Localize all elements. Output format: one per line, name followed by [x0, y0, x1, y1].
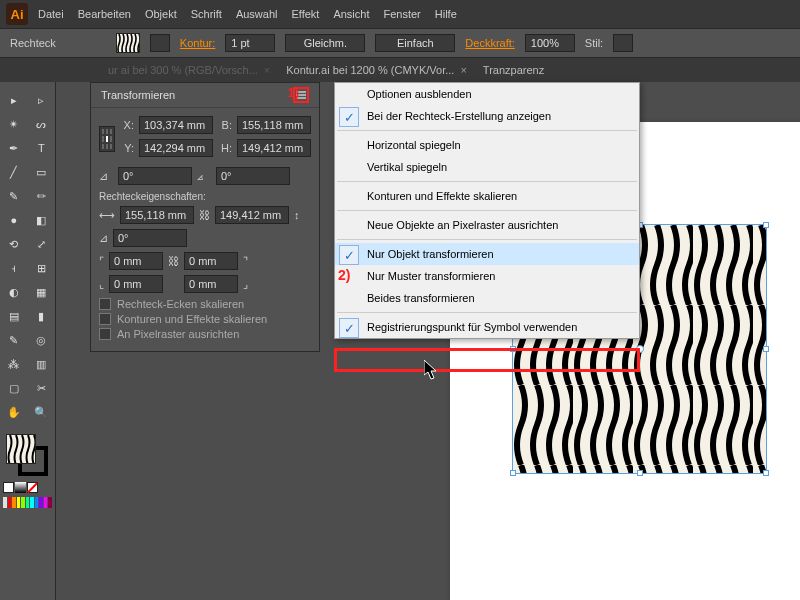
color-swatch[interactable] — [26, 497, 30, 508]
scale-strokes-checkbox[interactable]: Konturen und Effekte skalieren — [99, 313, 311, 325]
blend-tool[interactable]: ◎ — [28, 328, 56, 352]
color-swatch[interactable] — [39, 497, 43, 508]
color-swatch[interactable] — [44, 497, 48, 508]
shape-builder-tool[interactable]: ◐ — [0, 280, 28, 304]
color-swatch[interactable] — [12, 497, 16, 508]
rectangle-tool[interactable]: ▭ — [28, 160, 56, 184]
direct-selection-tool[interactable]: ▹ — [28, 88, 56, 112]
scale-corners-checkbox[interactable]: Rechteck-Ecken skalieren — [99, 298, 311, 310]
menu-effekt[interactable]: Effekt — [291, 8, 319, 20]
stroke-profile[interactable]: Gleichm. — [285, 34, 365, 52]
doc-tab-3[interactable]: Tranzparenz — [475, 60, 552, 80]
flyout-item-4[interactable]: Konturen und Effekte skalieren — [335, 185, 639, 207]
fill-swatch[interactable] — [116, 33, 140, 53]
x-field[interactable]: 103,374 mm — [139, 116, 213, 134]
selection-tool[interactable]: ▸ — [0, 88, 28, 112]
zoom-tool[interactable]: 🔍 — [28, 400, 56, 424]
perspective-tool[interactable]: ▦ — [28, 280, 56, 304]
pen-tool[interactable]: ✒ — [0, 136, 28, 160]
paintbrush-tool[interactable]: ✎ — [0, 184, 28, 208]
flyout-item-2[interactable]: Horizontal spiegeln — [335, 134, 639, 156]
link-icon[interactable]: ⛓ — [168, 255, 179, 267]
x-label: X: — [120, 119, 134, 131]
link-icon[interactable]: ⛓ — [199, 209, 210, 221]
quick-colors[interactable] — [0, 495, 55, 510]
y-field[interactable]: 142,294 mm — [139, 139, 213, 157]
scale-tool[interactable]: ⤢ — [28, 232, 56, 256]
app-menubar: Ai Datei Bearbeiten Objekt Schrift Auswa… — [0, 0, 800, 28]
menu-bearbeiten[interactable]: Bearbeiten — [78, 8, 131, 20]
line-tool[interactable]: ╱ — [0, 160, 28, 184]
fill-stroke-control[interactable] — [0, 432, 55, 480]
color-swatch[interactable] — [35, 497, 39, 508]
color-swatch[interactable] — [21, 497, 25, 508]
menu-fenster[interactable]: Fenster — [383, 8, 420, 20]
brush-def[interactable]: Einfach — [375, 34, 455, 52]
mesh-tool[interactable]: ▤ — [0, 304, 28, 328]
type-tool[interactable]: T — [28, 136, 56, 160]
separator — [337, 239, 637, 240]
separator — [337, 210, 637, 211]
reference-point[interactable] — [99, 126, 115, 152]
corner-tl[interactable]: 0 mm — [109, 252, 163, 270]
color-swatch[interactable] — [17, 497, 21, 508]
hand-tool[interactable]: ✋ — [0, 400, 28, 424]
close-icon[interactable]: × — [264, 64, 270, 76]
lasso-tool[interactable]: ᔕ — [28, 112, 56, 136]
corner-bl[interactable]: 0 mm — [109, 275, 163, 293]
panel-title[interactable]: Transformieren — [101, 89, 175, 101]
color-swatch[interactable] — [48, 497, 52, 508]
color-swatch[interactable] — [30, 497, 34, 508]
eraser-tool[interactable]: ◧ — [28, 208, 56, 232]
free-transform-tool[interactable]: ⊞ — [28, 256, 56, 280]
close-icon[interactable]: × — [460, 64, 466, 76]
style-swatch[interactable] — [613, 34, 633, 52]
pencil-tool[interactable]: ✏ — [28, 184, 56, 208]
flyout-item-6[interactable]: Nur Objekt transformieren✓ — [335, 243, 639, 265]
eyedropper-tool[interactable]: ✎ — [0, 328, 28, 352]
app-logo: Ai — [6, 3, 28, 25]
opacity-link[interactable]: Deckkraft: — [465, 37, 515, 49]
rotate-tool[interactable]: ⟲ — [0, 232, 28, 256]
fill-color-box[interactable] — [6, 434, 36, 464]
artboard-tool[interactable]: ▢ — [0, 376, 28, 400]
doc-tab-1[interactable]: ur ai bei 300 % (RGB/Vorsch...× — [100, 60, 278, 80]
rect-angle-field[interactable]: 0° — [113, 229, 187, 247]
menu-schrift[interactable]: Schrift — [191, 8, 222, 20]
slice-tool[interactable]: ✂ — [28, 376, 56, 400]
flyout-item-0[interactable]: Optionen ausblenden — [335, 83, 639, 105]
symbol-sprayer-tool[interactable]: ⁂ — [0, 352, 28, 376]
flyout-item-5[interactable]: Neue Objekte an Pixelraster ausrichten — [335, 214, 639, 236]
flyout-item-3[interactable]: Vertikal spiegeln — [335, 156, 639, 178]
flyout-item-1[interactable]: Bei der Rechteck-Erstellung anzeigen✓ — [335, 105, 639, 127]
flyout-item-7[interactable]: Nur Muster transformieren2) — [335, 265, 639, 287]
magic-wand-tool[interactable]: ✴ — [0, 112, 28, 136]
opacity-field[interactable]: 100% — [525, 34, 575, 52]
menu-objekt[interactable]: Objekt — [145, 8, 177, 20]
color-swatch[interactable] — [3, 497, 7, 508]
menu-ansicht[interactable]: Ansicht — [333, 8, 369, 20]
doc-tab-2[interactable]: Kontur.ai bei 1200 % (CMYK/Vor...× — [278, 60, 475, 80]
corner-br[interactable]: 0 mm — [184, 275, 238, 293]
rect-width-field[interactable]: 155,118 mm — [120, 206, 194, 224]
w-field[interactable]: 155,118 mm — [237, 116, 311, 134]
menu-hilfe[interactable]: Hilfe — [435, 8, 457, 20]
menu-auswahl[interactable]: Auswahl — [236, 8, 278, 20]
stroke-link[interactable]: Kontur: — [180, 37, 215, 49]
corner-tr[interactable]: 0 mm — [184, 252, 238, 270]
menu-datei[interactable]: Datei — [38, 8, 64, 20]
align-pixel-checkbox[interactable]: An Pixelraster ausrichten — [99, 328, 311, 340]
stroke-weight-field[interactable]: 1 pt — [225, 34, 275, 52]
flyout-item-9[interactable]: Registrierungspunkt für Symbol verwenden… — [335, 316, 639, 338]
stroke-swatch[interactable] — [150, 34, 170, 52]
rotate-field[interactable]: 0° — [118, 167, 192, 185]
shear-field[interactable]: 0° — [216, 167, 290, 185]
gradient-tool[interactable]: ▮ — [28, 304, 56, 328]
h-field[interactable]: 149,412 mm — [237, 139, 311, 157]
width-tool[interactable]: ⫞ — [0, 256, 28, 280]
graph-tool[interactable]: ▥ — [28, 352, 56, 376]
flyout-item-8[interactable]: Beides transformieren — [335, 287, 639, 309]
color-swatch[interactable] — [8, 497, 12, 508]
blob-brush-tool[interactable]: ● — [0, 208, 28, 232]
rect-height-field[interactable]: 149,412 mm — [215, 206, 289, 224]
